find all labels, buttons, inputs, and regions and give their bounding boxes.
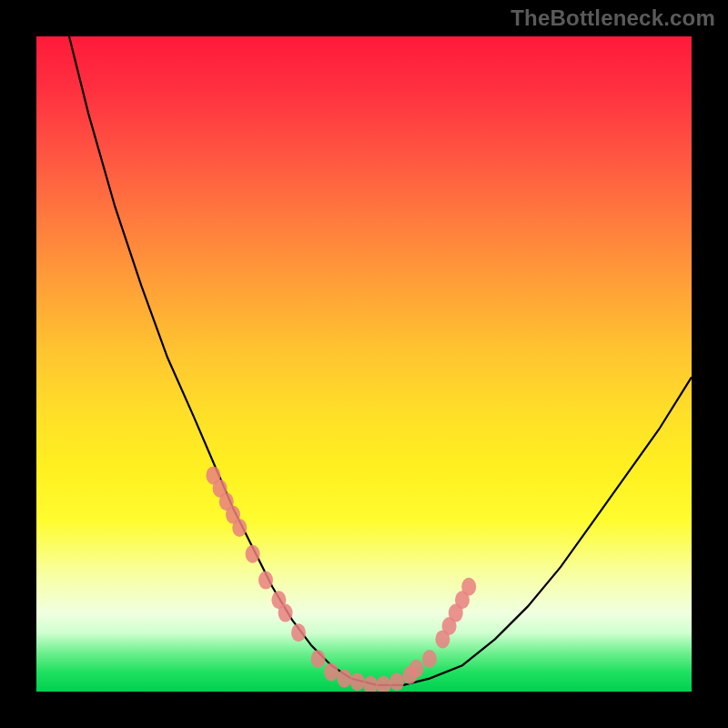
data-marker <box>410 660 424 678</box>
data-marker <box>377 676 391 692</box>
data-marker <box>291 623 306 642</box>
data-marker <box>311 650 326 668</box>
bottleneck-curve-line <box>69 36 692 685</box>
data-marker-group <box>206 466 476 692</box>
chart-frame: TheBottleneck.com <box>0 0 728 728</box>
data-marker <box>422 650 437 668</box>
data-marker <box>337 670 351 688</box>
data-marker <box>389 672 404 691</box>
data-marker <box>350 672 365 691</box>
data-marker <box>324 662 339 681</box>
data-marker <box>246 545 260 563</box>
data-marker <box>278 604 293 622</box>
data-marker <box>461 578 476 596</box>
data-marker <box>363 676 378 692</box>
chart-svg <box>36 36 692 692</box>
data-marker <box>232 519 247 537</box>
watermark-text: TheBottleneck.com <box>511 5 715 31</box>
data-marker <box>258 571 273 590</box>
plot-area <box>36 36 692 692</box>
